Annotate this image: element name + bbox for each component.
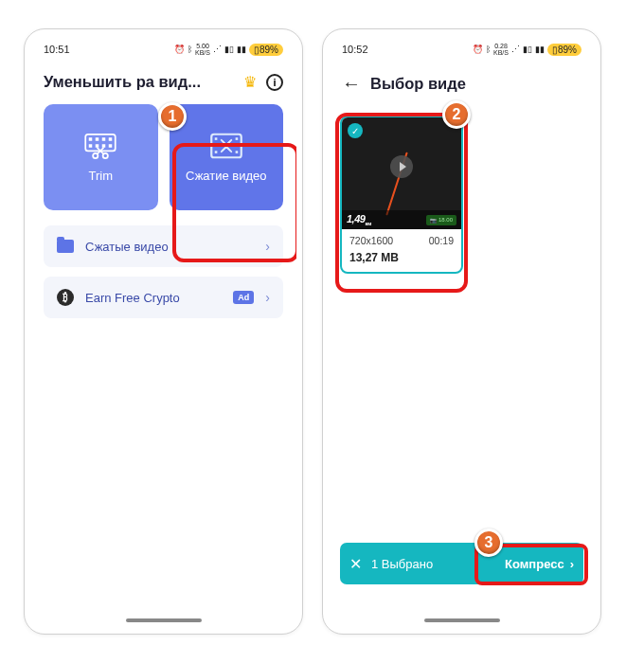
trim-tile[interactable]: Trim bbox=[44, 104, 158, 210]
status-time: 10:51 bbox=[44, 44, 70, 55]
close-icon[interactable]: ✕ bbox=[349, 555, 362, 573]
svg-rect-18 bbox=[235, 144, 238, 147]
back-arrow-icon[interactable]: ← bbox=[342, 73, 361, 95]
page-title: Выбор виде bbox=[370, 75, 581, 93]
compress-label: Сжатие видео bbox=[186, 169, 267, 183]
gps-chip: 📷 18.00 bbox=[426, 215, 456, 225]
selected-check-icon: ✓ bbox=[348, 123, 363, 138]
film-compress-icon bbox=[209, 133, 243, 159]
svg-rect-3 bbox=[102, 137, 106, 141]
chevron-right-icon: › bbox=[570, 557, 574, 571]
crown-icon[interactable]: ♛ bbox=[243, 73, 257, 91]
svg-rect-8 bbox=[109, 144, 113, 148]
svg-rect-19 bbox=[235, 151, 238, 153]
menu-list: Сжатые видео › ₿ Earn Free Crypto Ad › bbox=[30, 210, 296, 318]
video-resolution: 720x1600 bbox=[349, 235, 393, 246]
status-bar: 10:51 ⏰ ᛒ 5.00KB/S ⋰ ▮▯ ▮▮ ▯89% bbox=[30, 35, 296, 63]
home-indicator[interactable] bbox=[126, 618, 202, 622]
svg-rect-4 bbox=[109, 137, 113, 141]
trim-label: Trim bbox=[88, 169, 113, 183]
compressed-videos-label: Сжатые видео bbox=[85, 240, 169, 254]
chevron-right-icon: › bbox=[265, 290, 270, 305]
thumbnail-overlay: 1,49км 📷 18.00 bbox=[342, 210, 461, 229]
wifi-icon: ⋰ bbox=[213, 45, 222, 54]
phone-frame-right: 10:52 ⏰ ᛒ 0.28KB/S ⋰ ▮▯ ▮▮ ▯89% ← Выбор … bbox=[322, 28, 601, 635]
page-title: Уменьшить ра вид... bbox=[44, 73, 234, 91]
video-card[interactable]: ✓ 1,49км 📷 18.00 720x1600 00:19 13,27 MB bbox=[340, 116, 463, 274]
earn-crypto-label: Earn Free Crypto bbox=[85, 291, 180, 305]
home-indicator[interactable] bbox=[424, 618, 500, 622]
svg-rect-14 bbox=[215, 137, 218, 140]
bluetooth-icon: ᛒ bbox=[486, 45, 491, 54]
bluetooth-icon: ᛒ bbox=[188, 45, 192, 54]
step-badge-3: 3 bbox=[474, 529, 503, 557]
svg-rect-6 bbox=[96, 144, 99, 148]
signal-icon: ▮▯ bbox=[224, 45, 234, 54]
svg-rect-17 bbox=[235, 137, 238, 140]
compress-button-label: Компресс bbox=[505, 557, 564, 571]
phone-frame-left: 10:51 ⏰ ᛒ 5.00KB/S ⋰ ▮▯ ▮▮ ▯89% Уменьшит… bbox=[24, 28, 303, 635]
signal-icon: ▮▮ bbox=[535, 45, 545, 54]
status-indicators: ⏰ ᛒ 5.00KB/S ⋰ ▮▯ ▮▮ ▯89% bbox=[174, 43, 283, 56]
signal-icon: ▮▯ bbox=[523, 45, 532, 54]
svg-rect-2 bbox=[96, 137, 99, 141]
battery-indicator: ▯89% bbox=[547, 44, 581, 56]
status-indicators: ⏰ ᛒ 0.28KB/S ⋰ ▮▯ ▮▮ ▯89% bbox=[473, 43, 581, 56]
video-duration: 00:19 bbox=[429, 235, 454, 246]
compressed-videos-row[interactable]: Сжатые видео › bbox=[44, 225, 283, 267]
speed-readout: 1,49км bbox=[347, 213, 371, 226]
bitcoin-icon: ₿ bbox=[57, 289, 74, 306]
video-thumbnail: ✓ 1,49км 📷 18.00 bbox=[342, 117, 461, 229]
selection-bar: ✕ 1 Выбрано Компресс › bbox=[340, 543, 583, 584]
folder-icon bbox=[57, 240, 74, 253]
status-time: 10:52 bbox=[342, 44, 368, 55]
svg-rect-1 bbox=[89, 137, 93, 141]
ad-badge: Ad bbox=[233, 291, 254, 304]
compress-button[interactable]: Компресс › bbox=[505, 557, 574, 571]
svg-rect-0 bbox=[86, 134, 116, 151]
signal-icon: ▮▮ bbox=[237, 45, 246, 54]
wifi-icon: ⋰ bbox=[511, 45, 520, 54]
battery-indicator: ▯89% bbox=[249, 44, 283, 56]
chevron-right-icon: › bbox=[265, 239, 270, 254]
network-speed: 5.00KB/S bbox=[195, 43, 210, 56]
alarm-icon: ⏰ bbox=[174, 45, 185, 54]
play-icon[interactable] bbox=[390, 155, 413, 178]
svg-rect-15 bbox=[215, 144, 218, 147]
earn-crypto-row[interactable]: ₿ Earn Free Crypto Ad › bbox=[44, 277, 283, 318]
selected-count: 1 Выбрано bbox=[371, 557, 433, 571]
video-size: 13,27 MB bbox=[349, 251, 454, 264]
network-speed: 0.28KB/S bbox=[493, 43, 509, 56]
compress-tile[interactable]: Сжатие видео bbox=[170, 104, 284, 210]
status-bar: 10:52 ⏰ ᛒ 0.28KB/S ⋰ ▮▯ ▮▮ ▯89% bbox=[329, 35, 595, 63]
video-meta: 720x1600 00:19 13,27 MB bbox=[342, 229, 461, 272]
svg-rect-5 bbox=[89, 144, 93, 148]
step-badge-2: 2 bbox=[442, 100, 471, 129]
app-header: Уменьшить ра вид... ♛ i bbox=[30, 63, 296, 104]
svg-rect-16 bbox=[215, 151, 218, 153]
svg-rect-7 bbox=[102, 144, 106, 148]
info-icon[interactable]: i bbox=[266, 74, 283, 91]
step-badge-1: 1 bbox=[158, 102, 187, 131]
alarm-icon: ⏰ bbox=[473, 45, 483, 54]
film-trim-icon bbox=[83, 133, 117, 159]
